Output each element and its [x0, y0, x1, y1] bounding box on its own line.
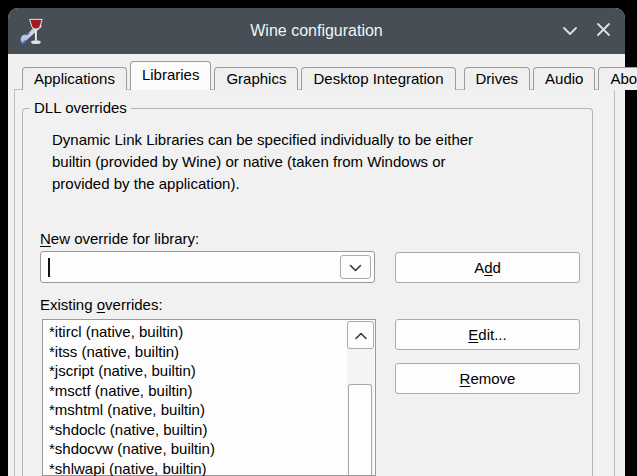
description-line: builtin (provided by Wine) or native (ta… — [52, 151, 473, 173]
new-override-label: New override for library: — [40, 230, 199, 247]
existing-overrides-label: Existing overrides: — [40, 296, 163, 313]
remove-button-label: Remove — [460, 370, 516, 387]
description-line: provided by the application). — [52, 173, 473, 195]
tab-applications[interactable]: Applications — [22, 67, 127, 90]
tab-libraries[interactable]: Libraries — [130, 61, 212, 90]
list-item[interactable]: *shdoclc (native, builtin) — [43, 420, 375, 440]
description-line: Dynamic Link Libraries can be specified … — [52, 129, 473, 151]
chevron-down-icon — [349, 258, 362, 276]
tab-audio[interactable]: Audio — [533, 67, 595, 90]
list-item[interactable]: *shlwapi (native, builtin) — [43, 459, 375, 476]
list-item[interactable]: *msctf (native, builtin) — [43, 381, 375, 401]
existing-overrides-listbox[interactable]: *itircl (native, builtin) *itss (native,… — [42, 319, 376, 476]
scrollbar-up-button[interactable] — [347, 321, 374, 349]
add-button[interactable]: Add — [395, 252, 580, 283]
remove-button[interactable]: Remove — [395, 363, 580, 394]
tab-desktop-integration[interactable]: Desktop Integration — [301, 67, 455, 90]
close-button[interactable] — [587, 8, 619, 54]
add-button-label: Add — [474, 259, 501, 276]
chevron-down-icon — [562, 22, 578, 40]
new-override-input[interactable] — [49, 256, 339, 278]
listbox-scrollbar[interactable] — [347, 321, 374, 475]
tab-drives[interactable]: Drives — [464, 67, 531, 90]
edit-button-label: Edit... — [468, 326, 506, 343]
edit-button[interactable]: Edit... — [395, 319, 580, 350]
list-item[interactable]: *itircl (native, builtin) — [43, 320, 375, 342]
new-override-label-accel: N — [40, 230, 51, 247]
new-override-label-text: ew override for library: — [51, 230, 199, 247]
tab-graphics[interactable]: Graphics — [214, 67, 298, 90]
tab-bar: Applications Libraries Graphics Desktop … — [22, 61, 637, 90]
combobox-dropdown-button[interactable] — [340, 255, 371, 279]
new-override-combobox[interactable] — [40, 251, 375, 283]
list-item[interactable]: *jscript (native, builtin) — [43, 361, 375, 381]
chevron-up-icon — [354, 326, 368, 344]
tab-about[interactable]: About — [598, 67, 637, 90]
close-icon — [596, 22, 611, 41]
text-caret — [48, 258, 50, 277]
groupbox-title: DLL overrides — [30, 99, 131, 116]
list-item[interactable]: *mshtml (native, builtin) — [43, 400, 375, 420]
dll-description: Dynamic Link Libraries can be specified … — [52, 129, 473, 195]
wine-config-logo-icon — [17, 15, 48, 47]
shade-button[interactable] — [554, 8, 586, 54]
scrollbar-thumb[interactable] — [348, 384, 372, 475]
list-item[interactable]: *shdocvw (native, builtin) — [43, 439, 375, 459]
list-item[interactable]: *itss (native, builtin) — [43, 342, 375, 362]
window-title: Wine configuration — [8, 8, 625, 54]
